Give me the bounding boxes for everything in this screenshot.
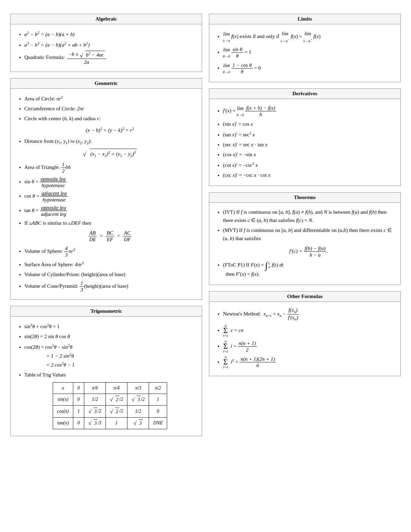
trig-col-pi6: π/6 [84,382,105,394]
limits-title: Limits [209,14,400,24]
algebraic-item-1: a2 − b2 = (a − b)(a + b) [24,29,196,38]
trig-cell-cosx: cos(x) [53,406,73,417]
trig-row-cos: cos(x) 1 √3/2 √2/2 1/2 0 [53,406,167,417]
geo-item-6: sin θ = opposite leg hypotenuse [24,176,196,188]
deriv-item-5: (cos x)′ = −sin x [223,150,394,159]
geo-item-7: cos θ = adjacent leg hypotenuse [24,190,196,203]
geo-item-2: Circumference of Circle: 2πr [24,104,196,113]
trig-cell-tanx: tan(x) [53,417,73,429]
trig-cell-sin-pi6: 1/2 [84,394,105,405]
left-column: Algebraic a2 − b2 = (a − b)(a + b) a3 − … [10,14,202,442]
trig-cell-sin-pi4: √2/2 [106,394,127,405]
algebraic-list: a2 − b2 = (a − b)(a + b) a3 − b3 = (a − … [17,29,196,65]
other-item-2: n Σ i=1 c = cn [223,324,394,338]
geometric-list: Area of Circle: πr2 Circumference of Cir… [17,94,196,293]
deriv-item-6: (cot x)′ = −csc2 x [223,160,394,169]
geometric-section: Geometric Area of Circle: πr2 Circumfere… [10,78,202,300]
algebraic-item-2: a3 − b3 = (a − b)(a2 + ab + b2) [24,40,196,49]
algebraic-title: Algebraic [11,14,202,24]
algebraic-item-3: Quadratic Formula: −b ± √b2 − 4ac 2a [24,51,196,65]
algebraic-content: a2 − b2 = (a − b)(a + b) a3 − b3 = (a − … [11,24,202,72]
trig-item-2: sin(2θ) = 2 sin θ cos θ [24,332,196,341]
derivatives-title: Derivatives [209,89,400,99]
geo-item-8: tan θ = opposite leg adjacent leg [24,205,196,217]
theorem-ftoc: (FToC P1) If F(x) = ∫ x a f(t) dt then F… [223,261,394,278]
geo-item-9: If ▵ABC is similar to ▵DEF then ABDE = B… [24,219,196,243]
deriv-item-4: (sec x)′ = sec x ⋅ tan x [223,140,394,149]
other-title: Other Formulas [209,292,400,302]
other-item-4: n Σ i=1 i2 = n(n + 1)(2n + 1) 6 [223,355,394,369]
limits-item-1: lim x→a f(x) exists if and only if lim x… [223,29,394,44]
trig-cell-cos-pi4: √2/2 [106,406,127,417]
other-section: Other Formulas Newton's Method: xn+1 = x… [209,291,401,376]
trig-cell-cos-pi3: 1/2 [127,406,149,417]
trig-col-pi2: π/2 [149,382,167,394]
limits-list: lim x→a f(x) exists if and only if lim x… [215,29,394,75]
geo-item-4: Distance from (x1, y1) to (x2, y2): √ (x… [24,137,196,159]
theorem-ivt: (IVT) If f is continuous on [a, b], f(a)… [223,208,394,224]
trig-cell-sinx: sin(x) [53,394,73,405]
deriv-item-7: (csc x)′ = −csc x ⋅ cot x [223,171,394,179]
limits-item-3: lim θ→0 1 − cos θ θ = 0 [223,61,394,75]
theorems-list: (IVT) If f is continuous on [a, b], f(a)… [215,208,394,278]
other-content: Newton's Method: xn+1 = xn − f(xn) f′(xn… [209,302,400,376]
limits-item-2: lim θ→0 sin θ θ = 1 [223,46,394,60]
trig-item-4: Table of Trig Values x 0 π/6 π/4 π/3 π/2 [24,371,196,430]
geo-item-10: Volume of Sphere: 43πr3 [24,245,196,258]
trig-cell-sin-pi2: 1 [149,394,167,405]
trig-cell-tan-pi4: 1 [106,417,127,429]
page-layout: Algebraic a2 − b2 = (a − b)(a + b) a3 − … [10,14,401,442]
trigonometric-content: sin2θ + cos2θ = 1 sin(2θ) = 2 sin θ cos … [11,317,202,436]
trig-col-x: x [53,382,73,394]
trig-cell-tan0: 0 [73,417,84,429]
trig-row-sin: sin(x) 0 1/2 √2/2 √3/2 1 [53,394,167,405]
other-item-1: Newton's Method: xn+1 = xn − f(xn) f′(xn… [223,307,394,322]
other-item-3: n Σ i=1 i = n(n + 1) 2 [223,339,394,354]
theorems-title: Theorems [209,193,400,203]
trig-cell-cos-pi6: √3/2 [84,406,105,417]
right-column: Limits lim x→a f(x) exists if and only i… [209,14,401,442]
trigonometric-title: Trigonometric [11,306,202,317]
trig-list: sin2θ + cos2θ = 1 sin(2θ) = 2 sin θ cos … [17,322,196,430]
trig-cell-sin0: 0 [73,394,84,405]
geo-item-1: Area of Circle: πr2 [24,94,196,103]
deriv-item-2: (sin x)′ = cos x [223,120,394,128]
trig-col-pi4: π/4 [106,382,127,394]
trig-cell-tan-pi6: √3/3 [84,417,105,429]
limits-content: lim x→a f(x) exists if and only if lim x… [209,24,400,82]
geo-item-3: Circle with center (h, k) and radius r: … [24,114,196,134]
derivatives-content: f′(x) = lim h→0 f(x + h) − f(x) h (sin x… [209,99,400,186]
trig-cell-cos-pi2: 0 [149,406,167,417]
trig-col-pi3: π/3 [127,382,149,394]
trig-item-1: sin2θ + cos2θ = 1 [24,322,196,331]
trig-cell-tan-pi3: √3 [127,417,149,429]
theorems-section: Theorems (IVT) If f is continuous on [a,… [209,192,401,285]
geo-item-12: Volume of Cylinder/Prism: (height)(area … [24,270,196,279]
geometric-content: Area of Circle: πr2 Circumference of Cir… [11,89,202,299]
trig-cell-tan-pi2: DNE [149,417,167,429]
trig-cell-sin-pi3: √3/2 [127,394,149,405]
geo-item-5: Area of Triangle: 12bh [24,161,196,174]
deriv-item-3: (tan x)′ = sec2 x [223,130,394,139]
geo-item-13: Volume of Cone/Pyramid: 13(height)(area … [24,280,196,293]
geometric-title: Geometric [11,78,202,89]
trig-row-tan: tan(x) 0 √3/3 1 √3 DNE [53,417,167,429]
trig-col-0: 0 [73,382,84,394]
geo-item-11: Surface Area of Sphere: 4πr2 [24,260,196,269]
deriv-item-1: f′(x) = lim h→0 f(x + h) − f(x) h [223,104,394,118]
derivatives-list: f′(x) = lim h→0 f(x + h) − f(x) h (sin x… [215,104,394,179]
theorem-mvt: (MVT) If f is continuous on [a, b] and d… [223,226,394,258]
trig-cell-cos0: 1 [73,406,84,417]
derivatives-section: Derivatives f′(x) = lim h→0 f(x + h) − f… [209,88,401,186]
trigonometric-section: Trigonometric sin2θ + cos2θ = 1 sin(2θ) … [10,306,202,436]
theorems-content: (IVT) If f is continuous on [a, b], f(a)… [209,203,400,285]
limits-section: Limits lim x→a f(x) exists if and only i… [209,14,401,82]
algebraic-section: Algebraic a2 − b2 = (a − b)(a + b) a3 − … [10,14,202,72]
other-list: Newton's Method: xn+1 = xn − f(xn) f′(xn… [215,307,394,369]
trig-table: x 0 π/6 π/4 π/3 π/2 sin(x) [53,382,167,430]
trig-item-3: cos(2θ) = cos2θ − sin2θ = 1 − 2 sin2θ = … [24,342,196,369]
